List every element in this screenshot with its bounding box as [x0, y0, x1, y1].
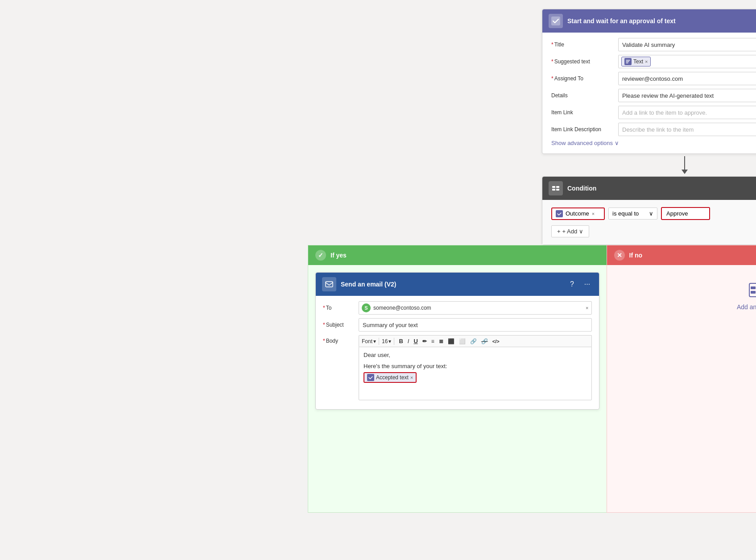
assigned-to-label: *Assigned To [551, 75, 618, 82]
if-no-header: ✕ If no [607, 245, 756, 265]
svg-rect-9 [751, 291, 756, 294]
item-link-label: Item Link [551, 109, 618, 116]
chevron-down-icon: ∨ [615, 140, 619, 146]
condition-header-icon [549, 181, 563, 195]
approval-header-icon [549, 14, 563, 28]
toolbar-separator-2 [394, 338, 394, 345]
outcome-chip[interactable]: Outcome × [551, 207, 605, 220]
if-no-label: If no [629, 252, 643, 259]
details-row: Details [551, 89, 756, 102]
bold-button[interactable]: B [397, 337, 405, 345]
approval-card: Start and wait for an approval of text ?… [542, 9, 756, 154]
link-button[interactable]: 🔗 [468, 337, 479, 345]
chevron-down-icon: ∨ [649, 210, 653, 217]
email-subject-input[interactable] [359, 318, 592, 332]
text-token-label: Text [633, 58, 643, 65]
bullet-list-button[interactable]: ≡ [430, 337, 436, 345]
accepted-text-chip: Accepted text × [364, 372, 417, 383]
suggested-text-label: *Suggested text [551, 58, 618, 65]
split-container: ✓ If yes Send an email (V2) ? ··· [308, 245, 756, 513]
show-advanced-button[interactable]: Show advanced options ∨ [551, 140, 756, 146]
add-action-icon [749, 283, 756, 300]
condition-row: Outcome × is equal to ∨ Approve [551, 207, 756, 220]
highlight-button[interactable]: ✏ [421, 337, 429, 345]
approval-card-body: *Title *Suggested text Text [542, 33, 756, 153]
outcome-close[interactable]: × [592, 211, 595, 216]
add-action-container: Add an action [607, 265, 756, 328]
email-header: Send an email (V2) ? ··· [316, 273, 599, 296]
svg-rect-3 [556, 186, 559, 188]
email-body-content[interactable]: Dear user, Here's the summary of your te… [359, 347, 592, 400]
accepted-text-label: Accepted text [376, 374, 409, 381]
align-left-button[interactable]: ⬛ [446, 337, 456, 345]
approval-card-header: Start and wait for an approval of text ?… [542, 9, 756, 33]
text-token-icon [624, 58, 632, 65]
check-icon: ✓ [315, 250, 326, 261]
numbered-list-button[interactable]: ≣ [437, 337, 445, 345]
arrow-head [682, 170, 688, 174]
add-condition-button[interactable]: + + Add ∨ [551, 225, 589, 237]
to-close-icon[interactable]: × [586, 305, 588, 311]
details-label: Details [551, 92, 618, 99]
size-dropdown-icon: ▾ [388, 338, 391, 344]
x-icon: ✕ [614, 250, 625, 261]
outcome-chip-icon [556, 210, 563, 217]
suggested-text-token-input[interactable]: Text × [618, 55, 756, 68]
assigned-to-input[interactable] [618, 72, 756, 85]
body-line1: Dear user, [364, 352, 587, 358]
details-input[interactable] [618, 89, 756, 102]
condition-card: Condition ··· Outcome × is equal to [542, 176, 756, 245]
accepted-text-close[interactable]: × [410, 375, 413, 380]
body-spacer [364, 358, 587, 363]
font-dropdown-icon: ▾ [373, 338, 376, 344]
unlink-button[interactable]: 🔗 [479, 337, 490, 345]
condition-title: Condition [567, 185, 756, 192]
condition-card-header: Condition ··· [542, 177, 756, 200]
to-avatar: S [362, 303, 371, 312]
condition-body: Outcome × is equal to ∨ Approve + + Add … [542, 200, 756, 245]
email-body: *To S someone@contoso.com × *Subject [316, 296, 599, 409]
approve-value-box[interactable]: Approve [661, 207, 710, 220]
email-card: Send an email (V2) ? ··· *To S someone@c… [315, 272, 599, 410]
toolbar-separator [379, 338, 379, 345]
is-equal-select[interactable]: is equal to ∨ [608, 207, 657, 220]
email-body-label: *Body [323, 335, 359, 344]
svg-rect-4 [556, 189, 559, 191]
title-input[interactable] [618, 38, 756, 51]
text-token-close[interactable]: × [645, 59, 648, 64]
email-to-field[interactable]: S someone@contoso.com × [359, 301, 592, 315]
svg-rect-7 [751, 286, 756, 289]
if-no-panel: ✕ If no Add an action [607, 245, 756, 513]
add-action-button[interactable]: Add an action [737, 303, 756, 311]
item-link-input[interactable] [618, 106, 756, 119]
body-line2: Here's the summary of your text: [364, 363, 587, 369]
email-body-row: *Body Font ▾ 16 [323, 335, 592, 400]
italic-button[interactable]: I [406, 337, 411, 345]
outcome-label: Outcome [566, 210, 589, 217]
email-body-toolbar: Font ▾ 16 ▾ B I [359, 335, 592, 347]
to-email-text: someone@contoso.com [373, 305, 583, 311]
accepted-text-icon [367, 374, 374, 381]
html-button[interactable]: </> [491, 338, 501, 345]
connector-arrow [542, 154, 756, 176]
suggested-text-row: *Suggested text Text × [551, 55, 756, 68]
email-help-button[interactable]: ? [567, 279, 578, 290]
font-select[interactable]: Font ▾ [362, 338, 376, 344]
email-body-editor-container: Font ▾ 16 ▾ B I [359, 335, 592, 400]
svg-rect-6 [749, 283, 756, 297]
underline-button[interactable]: U [412, 337, 419, 345]
svg-rect-1 [552, 186, 555, 188]
font-size-select[interactable]: 16 ▾ [382, 338, 391, 344]
approval-title: Start and wait for an approval of text [567, 17, 756, 25]
item-link-desc-label: Item Link Description [551, 126, 618, 133]
email-more-button[interactable]: ··· [582, 279, 593, 290]
email-header-icon [322, 277, 336, 291]
align-right-button[interactable]: ⬜ [457, 337, 467, 345]
item-link-desc-row: Item Link Description [551, 123, 756, 136]
item-link-desc-input[interactable] [618, 123, 756, 136]
email-subject-row: *Subject [323, 318, 592, 332]
item-link-row: Item Link [551, 106, 756, 119]
title-label: *Title [551, 41, 618, 48]
svg-rect-5 [326, 282, 333, 287]
email-to-label: *To [323, 305, 359, 311]
